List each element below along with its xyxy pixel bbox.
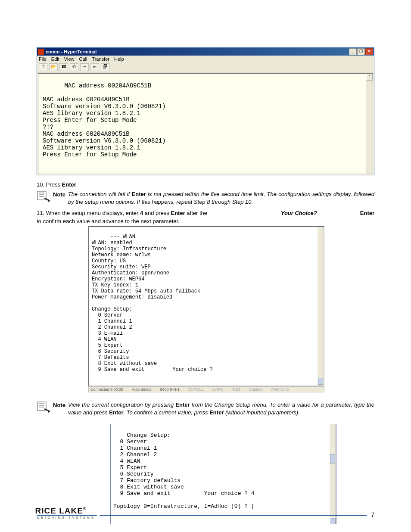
logo: RICE LAKE® WEIGHING SYSTEMS: [37, 507, 97, 519]
menu-view[interactable]: View: [64, 56, 75, 62]
connect-icon[interactable]: ☎: [59, 63, 68, 71]
setup-menu-pane: --- WLAN WLAN: enabled Topology: Infrast…: [88, 226, 324, 386]
step-10-suf: .: [76, 181, 78, 188]
status-printecho: Print echo: [271, 387, 289, 392]
send-icon[interactable]: ⇥: [80, 63, 89, 71]
status-num: NUM: [231, 387, 240, 392]
enter-key: Enter: [62, 181, 76, 188]
disconnect-icon[interactable]: ✆: [70, 63, 78, 71]
your-choice-prompt: Your Choice?: [281, 210, 317, 216]
scroll-thumb[interactable]: [318, 378, 323, 385]
page-footer: RICE LAKE® WEIGHING SYSTEMS 7: [37, 507, 374, 519]
statusbar: Connected 0:00:29 Auto detect 9600 8-N-1…: [88, 386, 324, 392]
app-icon: [38, 49, 44, 55]
step-11: 11. When the setup menu displays, enter …: [37, 210, 374, 216]
setup-menu-screenshot: --- WLAN WLAN: enabled Topology: Infrast…: [88, 226, 324, 392]
titlebar: comm - HyperTerminal _ ❐ ✕: [37, 48, 374, 56]
note-2: Note View the current configuration by p…: [37, 401, 374, 416]
menu-file[interactable]: File: [39, 56, 47, 62]
hyperterminal-window: comm - HyperTerminal _ ❐ ✕ File Edit Vie…: [37, 47, 374, 175]
note-label: Note: [53, 401, 65, 408]
menu-help[interactable]: Help: [114, 56, 124, 62]
status-connected: Connected 0:00:29: [90, 387, 123, 392]
setup-menu-text: --- WLAN WLAN: enabled Topology: Infrast…: [92, 234, 213, 373]
step-10-pre: 10. Press: [37, 181, 62, 188]
page-number: 7: [371, 511, 374, 518]
properties-icon[interactable]: 🗐: [101, 63, 109, 71]
note-icon: [37, 401, 50, 413]
note-label: Note: [53, 190, 65, 198]
status-caps: CAPS: [212, 387, 223, 392]
maximize-icon[interactable]: ❐: [357, 48, 365, 55]
new-doc-icon[interactable]: 🗋: [39, 63, 47, 71]
terminal-pane: MAC address 00204A89C51B MAC address 002…: [38, 73, 373, 174]
minimize-icon[interactable]: _: [349, 48, 357, 55]
note-1-text: The connection will fail if Enter is not…: [68, 190, 374, 205]
menu-edit[interactable]: Edit: [51, 56, 59, 62]
receive-icon[interactable]: ⇤: [90, 63, 99, 71]
change-setup-text: Change Setup: 0 Server 1 Channel 1 2 Cha…: [113, 432, 255, 510]
scrollbar[interactable]: ˄: [366, 74, 373, 174]
note-2-text: View the current configuration by pressi…: [68, 401, 374, 416]
scroll-thumb[interactable]: [330, 454, 335, 464]
status-baud: 9600 8-N-1: [160, 387, 180, 392]
note-1: Note The connection will fail if Enter i…: [37, 190, 374, 205]
toolbar: 🗋 📂 ☎ ✆ ⇥ ⇤ 🗐: [37, 62, 374, 72]
open-doc-icon[interactable]: 📂: [49, 63, 58, 71]
status-capture: Capture: [249, 387, 263, 392]
status-detect: Auto detect: [132, 387, 152, 392]
step-11-cont: to confirm each value and advance to the…: [37, 218, 374, 224]
footer-rule: [100, 515, 367, 516]
note-icon: [37, 190, 50, 202]
scroll-up-icon[interactable]: ˄: [366, 74, 373, 81]
menu-call[interactable]: Call: [79, 56, 87, 62]
menubar: File Edit View Call Transfer Help: [37, 56, 374, 62]
status-scroll: SCROLL: [188, 387, 204, 392]
close-icon[interactable]: ✕: [365, 48, 373, 55]
scrollbar[interactable]: [318, 227, 324, 386]
menu-transfer[interactable]: Transfer: [92, 56, 109, 62]
window-title: comm - HyperTerminal: [46, 49, 349, 54]
step-10: 10. Press Enter.: [37, 181, 374, 188]
terminal-text: MAC address 00204A89C51B MAC address 002…: [43, 82, 166, 158]
